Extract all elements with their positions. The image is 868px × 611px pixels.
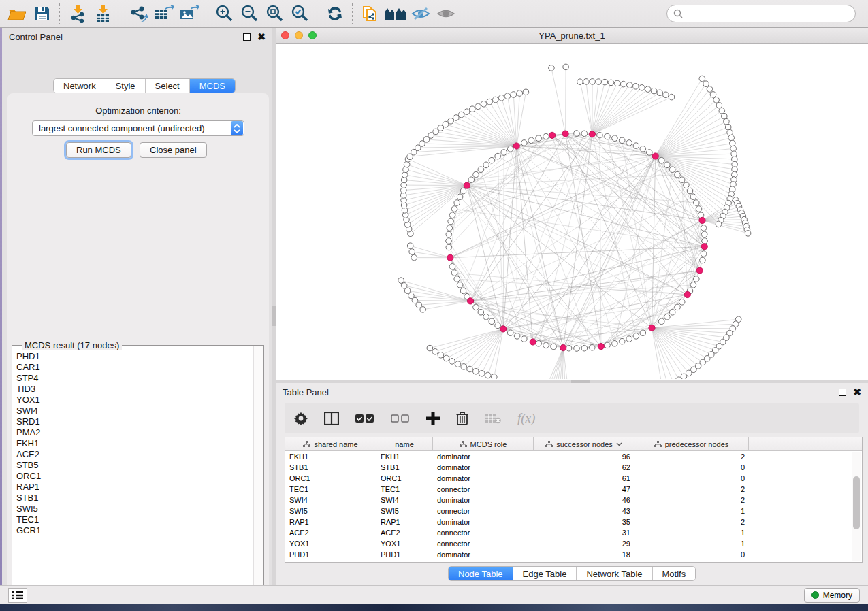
zoom-fit-button[interactable] — [261, 2, 287, 25]
result-node[interactable]: TID3 — [16, 384, 253, 395]
table-cell: FKH1 — [376, 452, 433, 461]
result-node[interactable]: TEC1 — [16, 514, 253, 525]
column-header-successor-nodes[interactable]: successor nodes — [534, 437, 634, 451]
clone-network-button[interactable] — [357, 2, 383, 25]
table-row[interactable]: SWI5SWI5connector431 — [285, 506, 862, 516]
network-nodes[interactable] — [398, 64, 751, 379]
table-cell: 43 — [534, 507, 634, 515]
show-columns-button[interactable] — [324, 412, 339, 425]
result-node[interactable]: STB5 — [16, 460, 253, 471]
deselect-all-rows-button[interactable] — [391, 414, 410, 423]
table-cell: dominator — [433, 496, 534, 504]
add-column-button[interactable] — [426, 412, 440, 425]
table-scrollbar-thumb[interactable] — [853, 476, 860, 529]
table-row[interactable]: YOX1YOX1connector291 — [285, 538, 862, 549]
result-node[interactable]: RAP1 — [16, 482, 253, 493]
result-node[interactable]: ORC1 — [16, 471, 253, 482]
export-network-button[interactable] — [125, 2, 150, 25]
table-cell: 0 — [634, 550, 749, 559]
column-header-MCDS-role[interactable]: MCDS role — [433, 437, 534, 451]
tab-select[interactable]: Select — [146, 79, 190, 93]
table-settings-button[interactable] — [294, 412, 308, 425]
table-panel-close-button[interactable]: ✖ — [853, 387, 861, 397]
result-node[interactable]: GCR1 — [16, 525, 253, 536]
table-row[interactable]: FKH1FKH1dominator962 — [285, 451, 862, 462]
search-box[interactable] — [666, 5, 856, 22]
table-cell: PHD1 — [285, 550, 376, 559]
table-scrollbar[interactable] — [852, 452, 861, 561]
refresh-button[interactable] — [322, 2, 347, 25]
tab-network-table[interactable]: Network Table — [577, 567, 652, 580]
import-network-button[interactable] — [65, 2, 90, 25]
result-node[interactable]: SWI4 — [16, 406, 253, 416]
column-header-predecessor-nodes[interactable]: predecessor nodes — [634, 437, 749, 451]
tab-motifs[interactable]: Motifs — [653, 567, 696, 580]
table-cell: STB1 — [376, 463, 433, 472]
import-table-button[interactable] — [90, 2, 115, 25]
result-node[interactable]: CAR1 — [16, 362, 253, 373]
optimization-criterion-label: Optimization criterion: — [7, 105, 269, 116]
table-row[interactable]: PHD1PHD1dominator180 — [285, 549, 862, 560]
table-row[interactable]: TEC1TEC1connector472 — [285, 484, 862, 495]
table-row[interactable]: STB1STB1dominator620 — [285, 462, 862, 473]
table-row[interactable]: ORC1ORC1dominator610 — [285, 473, 862, 484]
result-node[interactable]: YOX1 — [16, 395, 253, 406]
export-image-button[interactable] — [176, 2, 201, 25]
open-file-button[interactable] — [4, 2, 29, 25]
toolbar-separator — [120, 3, 120, 24]
table-cell: 31 — [534, 529, 634, 537]
column-header-shared-name[interactable]: shared name — [285, 437, 376, 451]
mcds-result-title: MCDS result (17 nodes) — [22, 340, 122, 350]
column-layout-icon — [324, 412, 339, 425]
result-node[interactable]: ACE2 — [16, 449, 253, 460]
search-input[interactable] — [684, 9, 855, 18]
column-header-name[interactable]: name — [376, 437, 433, 451]
tab-mcds[interactable]: MCDS — [190, 79, 235, 93]
table-row[interactable]: RAP1RAP1dominator352 — [285, 516, 862, 527]
result-scrollbar[interactable] — [253, 346, 263, 597]
shared-column-icon — [654, 441, 662, 448]
zoom-in-button[interactable] — [211, 2, 236, 25]
result-node[interactable]: SWI5 — [16, 503, 253, 514]
table-panel: Table Panel ✖ — [276, 383, 868, 585]
toolbar-separator — [352, 3, 353, 24]
hide-selected-button[interactable] — [408, 2, 433, 25]
tab-network[interactable]: Network — [54, 79, 106, 93]
result-node[interactable]: SRD1 — [16, 416, 253, 427]
result-node[interactable]: PMA2 — [16, 427, 253, 438]
table-row[interactable]: SWI4SWI4dominator462 — [285, 495, 862, 506]
save-session-button[interactable] — [29, 2, 54, 25]
result-node[interactable]: STP4 — [16, 373, 253, 384]
zoom-selected-button[interactable] — [287, 2, 312, 25]
show-all-button[interactable] — [433, 2, 458, 25]
first-neighbors-button[interactable] — [383, 2, 408, 25]
table-cell: dominator — [433, 518, 534, 526]
network-titlebar[interactable]: YPA_prune.txt_1 — [276, 28, 868, 44]
network-title: YPA_prune.txt_1 — [276, 31, 868, 41]
network-window: YPA_prune.txt_1 — [276, 28, 868, 380]
tab-style[interactable]: Style — [106, 79, 146, 93]
run-mcds-button[interactable]: Run MCDS — [66, 142, 131, 158]
network-canvas[interactable] — [276, 44, 868, 379]
zoom-out-button[interactable] — [236, 2, 261, 25]
result-node[interactable]: PHD1 — [16, 351, 253, 362]
control-panel-close-button[interactable]: ✖ — [257, 32, 266, 42]
table-panel-float-button[interactable] — [839, 389, 846, 396]
export-table-button[interactable] — [150, 2, 176, 25]
table-row[interactable]: ACE2ACE2connector311 — [285, 527, 862, 538]
control-panel-float-button[interactable] — [243, 33, 251, 41]
delete-column-button[interactable] — [456, 411, 468, 425]
tab-edge-table[interactable]: Edge Table — [513, 567, 577, 580]
status-bar: Memory — [0, 585, 868, 604]
show-eye-icon — [436, 5, 456, 22]
criterion-select[interactable]: largest connected component (undirected) — [32, 120, 244, 136]
task-history-button[interactable] — [8, 588, 27, 603]
close-panel-button[interactable]: Close panel — [140, 142, 207, 158]
tab-node-table[interactable]: Node Table — [449, 567, 513, 580]
mcds-result-list[interactable]: PHD1CAR1STP4TID3YOX1SWI4SRD1PMA2FKH1ACE2… — [14, 351, 253, 596]
table-cell: 2 — [634, 485, 749, 493]
result-node[interactable]: FKH1 — [16, 438, 253, 449]
result-node[interactable]: STB1 — [16, 493, 253, 503]
select-all-rows-button[interactable] — [355, 414, 374, 423]
memory-button[interactable]: Memory — [804, 588, 860, 603]
